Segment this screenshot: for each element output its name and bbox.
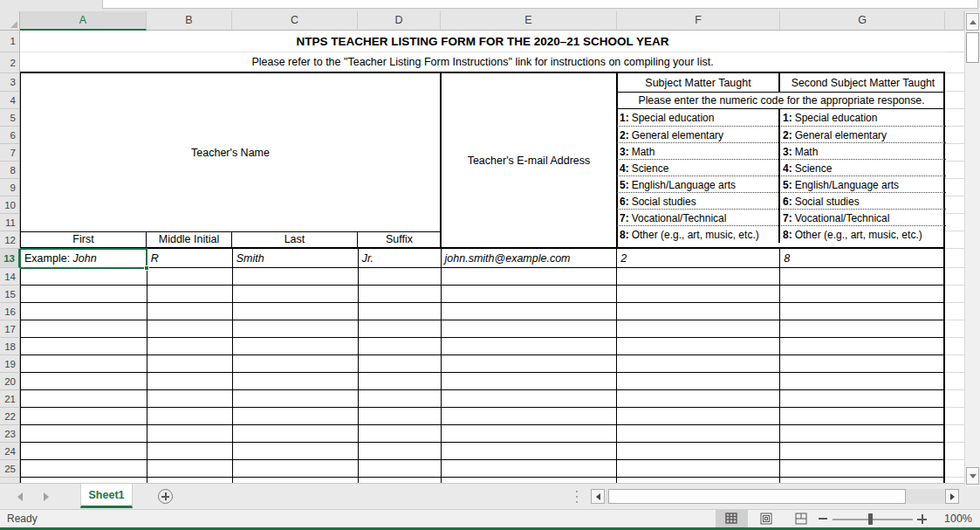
sheet-tab-sheet1[interactable]: Sheet1 — [80, 484, 133, 508]
first-name-header-cell[interactable]: First — [21, 231, 147, 247]
column-header-G[interactable]: G — [780, 11, 945, 31]
subject-code-5[interactable]: 5:English/Language arts — [617, 176, 780, 193]
cell-A14[interactable] — [21, 268, 147, 285]
cell-A20[interactable] — [21, 373, 147, 389]
second-subject-code-8[interactable]: 8:Other (e.g., art, music, etc.) — [780, 226, 946, 243]
row-header-21[interactable]: 21 — [0, 390, 20, 408]
cell-D23[interactable] — [359, 425, 442, 442]
cell-E20[interactable] — [442, 373, 618, 389]
zoom-level[interactable]: 100% — [935, 510, 972, 527]
cell-C13[interactable]: Smith — [233, 249, 359, 267]
cell-E13[interactable]: john.smith@example.com — [442, 249, 618, 267]
cell-F15[interactable] — [617, 286, 780, 302]
subject-code-4[interactable]: 4:Science — [617, 160, 780, 176]
last-name-header-cell[interactable]: Last — [232, 231, 358, 247]
cell-C14[interactable] — [233, 268, 359, 285]
cell-A15[interactable] — [21, 286, 147, 302]
middle-initial-header-cell[interactable]: Middle Initial — [147, 231, 232, 247]
row-header-14[interactable]: 14 — [0, 268, 20, 286]
row-header-4[interactable]: 4 — [0, 92, 20, 109]
row-header-17[interactable]: 17 — [0, 320, 20, 338]
zoom-slider-track[interactable] — [833, 519, 913, 520]
email-header-cell[interactable]: Teacher's E-mail Address — [442, 73, 616, 247]
row-header-10[interactable]: 10 — [0, 196, 20, 214]
teachers-name-header-cell[interactable]: Teacher's Name — [21, 73, 440, 231]
cell-E22[interactable] — [442, 408, 618, 424]
cell-C18[interactable] — [233, 338, 359, 354]
cell-G19[interactable] — [780, 355, 945, 372]
cell-E24[interactable] — [442, 443, 618, 459]
row-header-13[interactable]: 13 — [0, 249, 20, 268]
horizontal-scrollbar-thumb[interactable] — [608, 489, 906, 504]
row-header-9[interactable]: 9 — [0, 179, 20, 196]
cell-D18[interactable] — [359, 338, 442, 354]
cell-D15[interactable] — [359, 286, 442, 302]
cell-F25[interactable] — [617, 460, 780, 477]
column-header-B[interactable]: B — [147, 11, 232, 31]
vertical-scrollbar[interactable] — [964, 11, 980, 486]
cell-G15[interactable] — [780, 286, 945, 302]
cell-F24[interactable] — [617, 443, 780, 459]
subject-code-3[interactable]: 3:Math — [617, 143, 780, 160]
cell-A19[interactable] — [21, 355, 147, 372]
second-subject-code-4[interactable]: 4:Science — [780, 160, 946, 176]
scroll-right-button[interactable] — [945, 489, 959, 504]
second-subject-code-7[interactable]: 7:Vocational/Technical — [780, 210, 946, 226]
cell-B25[interactable] — [147, 460, 233, 477]
cell-C17[interactable] — [233, 320, 359, 337]
cell-A18[interactable] — [21, 338, 147, 354]
row-header-12[interactable]: 12 — [0, 231, 20, 249]
row-header-22[interactable]: 22 — [0, 408, 20, 425]
zoom-out-button[interactable] — [819, 518, 827, 520]
normal-view-button[interactable] — [716, 510, 748, 527]
cell-E16[interactable] — [442, 303, 618, 320]
subject-code-8[interactable]: 8:Other (e.g., art, music, etc.) — [617, 226, 780, 243]
zoom-in-button[interactable] — [922, 514, 923, 524]
cell-B15[interactable] — [147, 286, 233, 302]
subject-code-2[interactable]: 2:General elementary — [617, 127, 780, 143]
cell-C19[interactable] — [233, 355, 359, 372]
cell-F16[interactable] — [617, 303, 780, 320]
code-instruction-cell[interactable]: Please enter the numeric code for the ap… — [618, 92, 945, 109]
row-header-6[interactable]: 6 — [0, 127, 20, 144]
next-sheet-icon[interactable] — [44, 492, 49, 501]
cell-E21[interactable] — [442, 390, 618, 407]
second-subject-code-5[interactable]: 5:English/Language arts — [780, 176, 946, 193]
cell-F17[interactable] — [617, 320, 780, 337]
row-header-3[interactable]: 3 — [0, 73, 20, 92]
subject-code-7[interactable]: 7:Vocational/Technical — [617, 210, 780, 226]
cell-A25[interactable] — [21, 460, 147, 477]
cell-F14[interactable] — [617, 268, 780, 285]
fill-handle[interactable] — [144, 265, 149, 271]
row-header-11[interactable]: 11 — [0, 214, 20, 231]
scrollbar-resize-handle[interactable] — [576, 491, 579, 503]
row-header-23[interactable]: 23 — [0, 425, 20, 443]
cell-B19[interactable] — [147, 355, 233, 372]
add-sheet-button[interactable] — [158, 489, 173, 504]
cell-C21[interactable] — [233, 390, 359, 407]
row-header-19[interactable]: 19 — [0, 355, 20, 373]
cell-C16[interactable] — [233, 303, 359, 320]
cell-C22[interactable] — [233, 408, 359, 424]
cell-D20[interactable] — [359, 373, 442, 389]
zoom-slider-thumb[interactable] — [868, 513, 873, 525]
cell-A17[interactable] — [21, 320, 147, 337]
row-header-15[interactable]: 15 — [0, 286, 20, 303]
cell-G21[interactable] — [780, 390, 945, 407]
suffix-header-cell[interactable]: Suffix — [358, 231, 441, 247]
cell-D24[interactable] — [359, 443, 442, 459]
row-header-2[interactable]: 2 — [0, 52, 20, 73]
formula-bar-input[interactable] — [102, 0, 978, 9]
row-header-25[interactable]: 25 — [0, 460, 20, 478]
cell-G24[interactable] — [780, 443, 945, 459]
cell-D17[interactable] — [359, 320, 442, 337]
subject-code-6[interactable]: 6:Social studies — [617, 193, 780, 210]
cell-G14[interactable] — [780, 268, 945, 285]
row-header-1[interactable]: 1 — [0, 31, 20, 52]
row-header-8[interactable]: 8 — [0, 162, 20, 179]
column-header-D[interactable]: D — [358, 11, 441, 31]
cell-D22[interactable] — [359, 408, 442, 424]
column-header-E[interactable]: E — [441, 11, 617, 31]
subject-matter-header-cell[interactable]: Subject Matter Taught — [618, 73, 778, 92]
page-layout-view-button[interactable] — [750, 510, 783, 527]
